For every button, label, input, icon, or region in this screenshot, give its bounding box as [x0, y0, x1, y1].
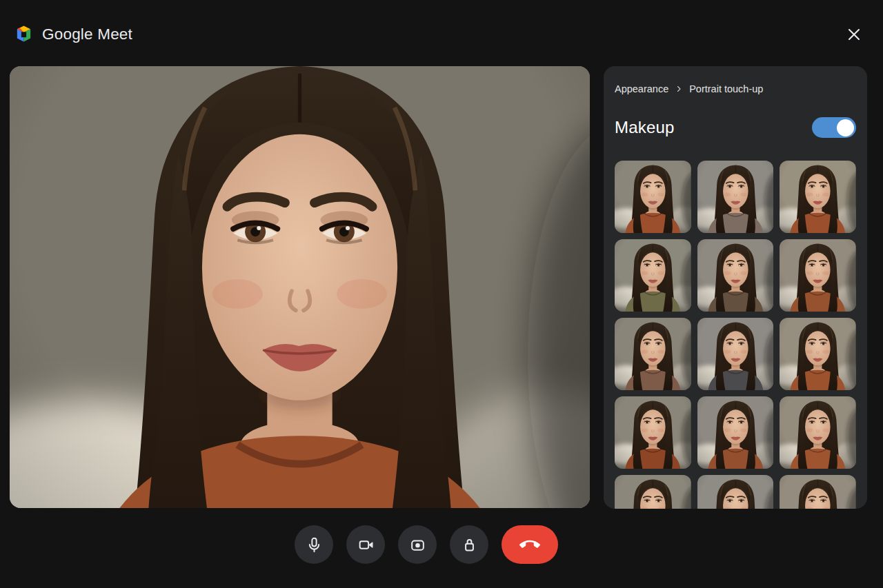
app-title: Google Meet [42, 25, 132, 44]
end-call-button[interactable] [502, 525, 558, 564]
chevron-right-icon [675, 85, 683, 93]
google-meet-logo-icon [14, 24, 34, 44]
camera-button[interactable] [346, 525, 385, 564]
makeup-style-option[interactable] [780, 161, 856, 233]
effects-icon [409, 536, 426, 554]
makeup-toggle[interactable] [812, 117, 856, 138]
lock-icon [461, 536, 478, 554]
makeup-style-option[interactable] [780, 318, 856, 390]
effects-button[interactable] [398, 525, 437, 564]
breadcrumb-portrait-touchup: Portrait touch-up [689, 83, 763, 94]
lock-button[interactable] [450, 525, 488, 564]
microphone-button[interactable] [295, 525, 333, 564]
makeup-style-option[interactable] [780, 239, 856, 312]
makeup-style-option[interactable] [697, 318, 774, 390]
makeup-style-option[interactable] [697, 239, 774, 312]
call-end-icon [519, 534, 540, 555]
close-icon[interactable] [844, 25, 864, 44]
makeup-style-option[interactable] [615, 239, 691, 312]
makeup-style-option[interactable] [697, 396, 774, 469]
makeup-style-option[interactable] [780, 396, 856, 469]
breadcrumb: Appearance Portrait touch-up [615, 83, 856, 94]
camera-icon [357, 536, 375, 554]
portrait-touchup-panel: Appearance Portrait touch-up Makeup [604, 66, 867, 509]
makeup-style-option[interactable] [615, 475, 691, 509]
makeup-row: Makeup [615, 117, 856, 138]
top-bar: Google Meet [0, 0, 883, 66]
makeup-style-option[interactable] [615, 396, 691, 469]
call-controls [295, 525, 558, 564]
makeup-style-option[interactable] [780, 475, 856, 509]
makeup-style-option[interactable] [615, 161, 691, 233]
toggle-knob [837, 119, 854, 136]
makeup-style-option[interactable] [697, 161, 774, 233]
self-video-preview [10, 66, 590, 508]
makeup-style-option[interactable] [697, 475, 774, 509]
makeup-style-option[interactable] [615, 318, 691, 390]
microphone-icon [306, 536, 323, 554]
makeup-label: Makeup [615, 118, 675, 137]
makeup-style-grid [615, 161, 856, 509]
breadcrumb-appearance[interactable]: Appearance [615, 83, 668, 94]
